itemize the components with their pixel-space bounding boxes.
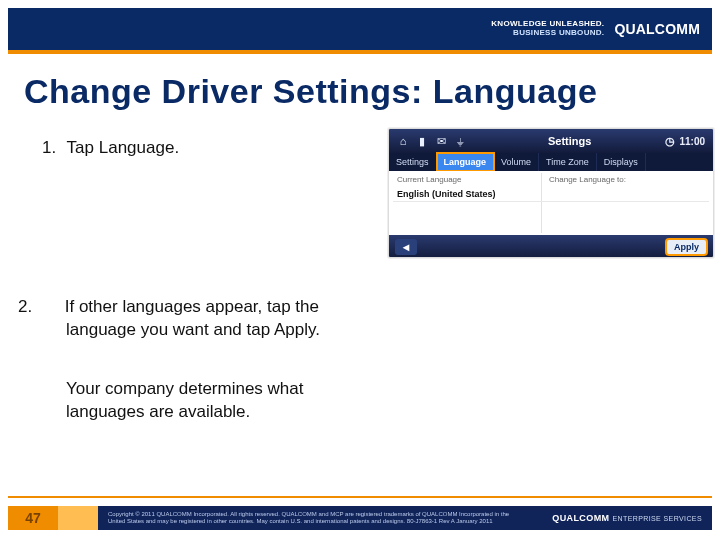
step-2-text: If other languages appear, tap the langu… xyxy=(65,297,320,339)
slide-footer: 47 Copyright © 2011 QUALCOMM Incorporate… xyxy=(8,496,712,530)
device-clock: 11:00 xyxy=(679,136,705,147)
vertical-divider xyxy=(541,173,542,233)
step-2-number: 2. xyxy=(42,296,60,319)
current-language-value: English (United States) xyxy=(397,189,496,199)
step-1-text: Tap Language. xyxy=(67,138,180,157)
battery-icon: ▮ xyxy=(416,135,428,147)
device-tabs: Settings Language Volume Time Zone Displ… xyxy=(389,153,713,171)
brand-tagline: KNOWLEDGE UNLEASHED. BUSINESS UNBOUND. xyxy=(491,20,604,38)
tab-time-zone[interactable]: Time Zone xyxy=(539,153,597,171)
tab-displays[interactable]: Displays xyxy=(597,153,646,171)
tagline-line2: BUSINESS UNBOUND. xyxy=(513,28,604,37)
tagline-line1: KNOWLEDGE UNLEASHED. xyxy=(491,19,604,28)
device-screen-title: Settings xyxy=(474,135,665,147)
step-2: 2. If other languages appear, tap the la… xyxy=(42,296,352,342)
device-screenshot: ⌂ ▮ ✉ ⏚ Settings ◷ 11:00 Settings Langua… xyxy=(388,128,714,258)
footer-brand: QUALCOMMENTERPRISE SERVICES xyxy=(552,513,702,523)
device-statusbar: ⌂ ▮ ✉ ⏚ Settings ◷ 11:00 xyxy=(389,129,713,153)
envelope-icon[interactable]: ✉ xyxy=(435,135,447,147)
step-1: 1. Tap Language. xyxy=(42,138,179,158)
footer-copyright: Copyright © 2011 QUALCOMM Incorporated. … xyxy=(108,511,528,524)
tab-language[interactable]: Language xyxy=(437,153,495,171)
orange-accent-bar xyxy=(8,50,712,54)
footer-orange-block xyxy=(58,506,98,530)
page-number: 47 xyxy=(8,506,58,530)
back-button[interactable]: ◄ xyxy=(395,239,417,255)
current-language-label: Current Language xyxy=(397,175,462,184)
top-brand-bar: KNOWLEDGE UNLEASHED. BUSINESS UNBOUND. Q… xyxy=(8,8,712,50)
device-bottombar: ◄ Apply xyxy=(389,235,713,258)
home-icon[interactable]: ⌂ xyxy=(397,135,409,147)
slide-title: Change Driver Settings: Language xyxy=(24,72,597,111)
wifi-icon: ⏚ xyxy=(454,135,466,147)
tab-volume[interactable]: Volume xyxy=(494,153,539,171)
tab-settings[interactable]: Settings xyxy=(389,153,437,171)
apply-button[interactable]: Apply xyxy=(666,239,707,255)
horizontal-divider xyxy=(393,201,709,202)
change-language-label: Change Language to: xyxy=(549,175,626,184)
clock-icon: ◷ xyxy=(665,135,675,148)
brand-logo: QUALCOMM xyxy=(614,21,700,37)
back-arrow-icon: ◄ xyxy=(401,241,412,253)
step-2-note: Your company determines what languages a… xyxy=(66,378,366,424)
footer-accent-line xyxy=(8,496,712,498)
step-1-number: 1. xyxy=(42,138,56,157)
device-content: Current Language Change Language to: Eng… xyxy=(389,171,713,235)
